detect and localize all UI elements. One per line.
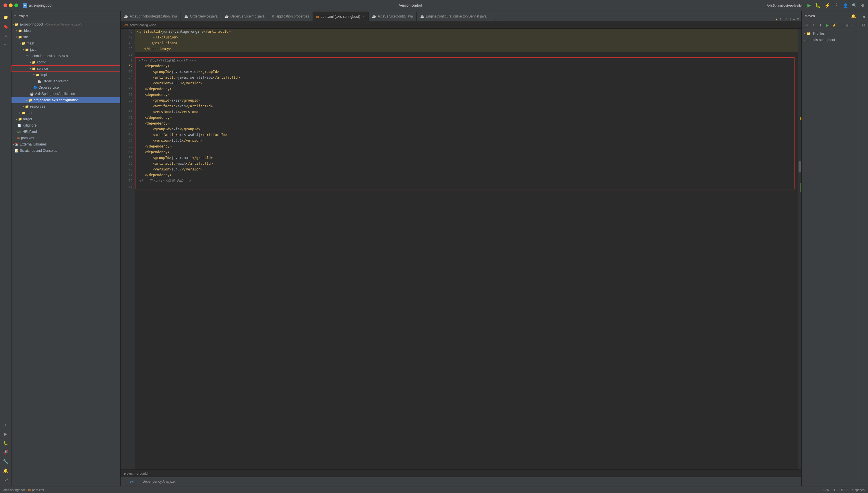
nav-up-icon[interactable]: ∧ (793, 17, 795, 21)
sidebar-debug-icon[interactable]: 🐛 (2, 439, 10, 447)
tree-item-main[interactable]: ▾ 📁 main (12, 40, 120, 46)
status-position[interactable]: 5:36 (823, 488, 829, 492)
tab-order-service[interactable]: ☕ OrderService.java (181, 12, 221, 21)
tree-item-resources[interactable]: ▸ 📁 resources (12, 103, 120, 110)
tree-item-test[interactable]: ▸ 📁 test (12, 110, 120, 116)
maven-add-btn[interactable]: + (810, 22, 817, 28)
tab-order-service-impl[interactable]: ☕ OrderServiceImpl.java (221, 12, 268, 21)
more-button[interactable]: ⋮ (834, 3, 839, 8)
impl-folder-icon: 📁 (35, 73, 39, 77)
breadcrumb: </> server-config.wsdd (121, 21, 801, 29)
code-line-53: <groupId>javax.servlet</groupId> (135, 69, 798, 74)
tree-item-org-apache[interactable]: ▸ 📁 org.apache.axis.configuration (12, 97, 120, 103)
sidebar-structure-icon[interactable]: ≡ (2, 31, 10, 40)
tab-axis-app[interactable]: ☕ AxisSpringbootApplication.java (121, 12, 181, 21)
ext-libs-label: External Libraries (20, 142, 46, 146)
tree-item-src[interactable]: ▾ 📁 src (12, 34, 120, 40)
sidebar-bookmark-icon[interactable]: 🔖 (2, 22, 10, 30)
tree-item-idea[interactable]: ▸ 📁 .idea (12, 27, 120, 34)
tree-item-service[interactable]: ▾ 📁 service (12, 65, 120, 72)
maven-more-btn[interactable]: ⋯ (851, 22, 857, 28)
maven-item-profiles[interactable]: ▸ 📁 Profiles (802, 30, 859, 37)
sidebar-run-icon[interactable]: ▶ (2, 430, 10, 438)
tab-dependency-analyzer[interactable]: Dependency Analyzer (139, 477, 180, 487)
code-lines[interactable]: <artifactId>junit-vintage-engine</artifa… (135, 29, 798, 470)
minimize-button[interactable] (9, 3, 13, 7)
tab-engine-config[interactable]: ☕ EngineConfigurationFactoryServlet.java (417, 12, 490, 21)
tab-pom-close-icon[interactable]: ✕ (362, 15, 365, 18)
maven-refresh-btn[interactable]: ↺ (803, 22, 810, 28)
vertical-scrollbar[interactable] (798, 29, 801, 470)
maven-run-btn[interactable]: ▶ (824, 22, 830, 28)
code-line-70: <version>1.4.7</version> (135, 167, 798, 172)
maven-panel: Maven 🔔 ↺ + ⬇ ▶ ⚡ ⊞ ⋯ ▸ 📁 Profiles ▸ m (801, 11, 859, 486)
src-folder-icon: 📁 (18, 35, 22, 39)
tree-item-gitignore[interactable]: 📄 .gitignore (12, 122, 120, 129)
settings-icon[interactable]: ⚙ (861, 3, 865, 8)
status-indent[interactable]: 4 spaces (852, 488, 865, 492)
warn-count: 18 (780, 18, 783, 21)
gutter-70: 70 (121, 167, 135, 172)
sidebar-more-icon[interactable]: ⋯ (2, 41, 10, 49)
sidebar-notify-icon[interactable]: 🔔 (2, 467, 10, 475)
status-line-ending[interactable]: LF (832, 488, 836, 492)
right-sidebar-icons: ◀ M (859, 11, 868, 486)
maven-item-axis-springboot[interactable]: ▸ m axis-springboot (802, 37, 859, 43)
tree-item-help-md[interactable]: M↓ HELP.md (12, 129, 120, 135)
tab-more-button[interactable]: ⋯ (491, 17, 500, 21)
tab-pom-xml[interactable]: m pom.xml (axis-springboot) ✕ (313, 12, 368, 21)
tree-item-package[interactable]: ▾ ⬡ com.iambest.study.axis (12, 53, 120, 59)
titlebar: A axis-springboot › Version control › Ax… (0, 0, 868, 11)
profile-button[interactable]: ⚡ (825, 3, 830, 8)
tree-item-order-service-impl[interactable]: ☕ OrderServiceImpl (12, 78, 120, 84)
run-button[interactable]: ▶ (807, 3, 811, 8)
axis-maven-chevron-icon: ▸ (804, 39, 805, 41)
config-label: config (37, 60, 46, 64)
code-line-50 (135, 52, 798, 57)
tree-item-scratches[interactable]: ▸ 📝 Scratches and Consoles (12, 148, 120, 154)
sidebar-deploy-icon[interactable]: 🚀 (2, 448, 10, 456)
tree-item-root[interactable]: ▾ 📁 axis-springboot ~/Developer/ideawork… (12, 21, 120, 27)
r-sidebar-expand-icon[interactable]: ◀ (860, 13, 867, 20)
maven-tree: ▸ 📁 Profiles ▸ m axis-springboot (802, 29, 859, 486)
gutter-63: 63 (121, 126, 135, 132)
status-encoding[interactable]: UTF-8 (840, 488, 848, 492)
tab-app-props-label: application.properties (276, 14, 309, 18)
tree-item-target[interactable]: ▸ 📁 target (12, 116, 120, 122)
tab-axis-service-config-label: AxisServiceConfig.java (378, 14, 413, 18)
maven-expand-btn[interactable]: ⊞ (844, 22, 850, 28)
fullscreen-button[interactable] (14, 3, 18, 7)
tree-item-order-service[interactable]: 🔵 OrderService (12, 84, 120, 91)
test-label: test (27, 111, 32, 115)
close-button[interactable] (3, 3, 7, 7)
account-icon[interactable]: 👤 (843, 3, 848, 8)
maven-download-btn[interactable]: ⬇ (817, 22, 824, 28)
tree-item-config[interactable]: ▸ 📁 config (12, 59, 120, 65)
nav-down-icon[interactable]: ∨ (797, 17, 799, 21)
sidebar-project-icon[interactable]: 📁 (2, 13, 10, 21)
tab-axis-service-config[interactable]: ☕ AxisServiceConfig.java (368, 12, 417, 21)
tab-app-props[interactable]: ⚙ application.properties (268, 12, 313, 21)
sidebar-tools-icon[interactable]: 🔧 (2, 457, 10, 466)
maven-notify-icon[interactable]: 🔔 (851, 14, 856, 18)
project-title: Project (18, 14, 28, 18)
project-chevron: ▾ (14, 14, 16, 18)
tree-item-java-folder[interactable]: ▾ 📁 java (12, 46, 120, 53)
sidebar-vcs-icon[interactable]: ↑ (2, 421, 10, 429)
tree-item-axis-app[interactable]: ☕ AxisSpringbootApplication (12, 91, 120, 97)
tree-item-impl[interactable]: ▾ 📁 impl (12, 72, 120, 78)
tab-text[interactable]: Text (124, 477, 139, 487)
debug-button[interactable]: 🐛 (815, 3, 821, 8)
tree-item-external-libs[interactable]: ▸ 📚 External Libraries (12, 141, 120, 148)
help-md-icon: M↓ (17, 130, 22, 133)
tree-scroll[interactable]: ▾ 📁 axis-springboot ~/Developer/ideawork… (12, 21, 120, 486)
tree-item-pom-xml[interactable]: m pom.xml (12, 135, 120, 141)
maven-skip-tests-btn[interactable]: ⚡ (831, 22, 837, 28)
config-folder-icon: 📁 (32, 61, 36, 64)
status-file-icon: m (28, 488, 31, 492)
scrollbar-thumb[interactable] (799, 161, 801, 172)
main-chevron-icon: ▾ (20, 42, 21, 45)
sidebar-git-icon[interactable]: ⎇ (2, 476, 10, 484)
r-sidebar-bookmark-icon[interactable]: M (860, 22, 867, 29)
search-icon[interactable]: 🔍 (852, 3, 857, 8)
